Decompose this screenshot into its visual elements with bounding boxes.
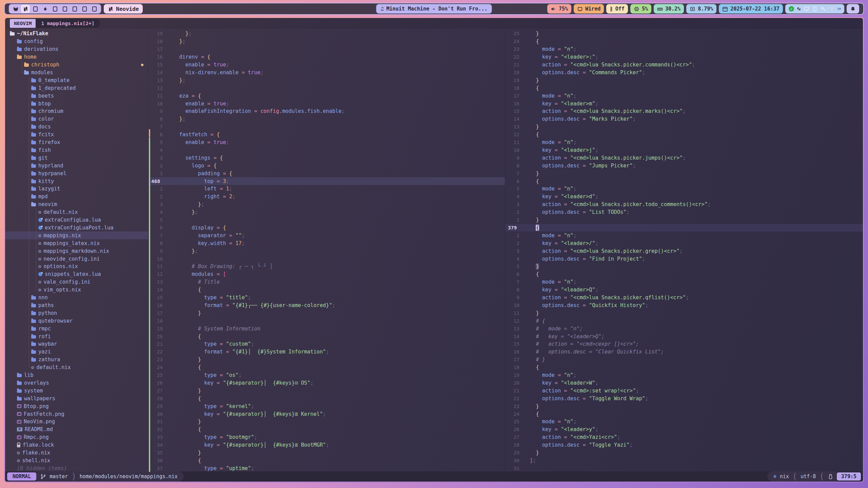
code-line[interactable]: 29 type = "kernel"; bbox=[149, 402, 505, 410]
bluetooth-chip[interactable]: ᛒOff bbox=[606, 4, 628, 14]
code-line[interactable]: 18 { bbox=[505, 84, 863, 92]
code-line[interactable]: 16 # options.desc = "Clear Quickfix List… bbox=[505, 348, 863, 356]
code-line[interactable]: 5 bbox=[149, 216, 505, 224]
tree-item-options-nix[interactable]: ⚙options.nix bbox=[5, 263, 148, 270]
tree-item-docs[interactable]: docs bbox=[5, 123, 148, 131]
code-line[interactable]: 13 } bbox=[505, 123, 863, 131]
tree-item-overlays[interactable]: overlays bbox=[5, 379, 148, 387]
tree-item-extraconfiglua-lua[interactable]: extraConfigLua.lua bbox=[5, 216, 148, 224]
tree-item-config[interactable]: config bbox=[5, 38, 148, 45]
code-line[interactable]: 8 options.desc = "Jumps Picker"; bbox=[505, 162, 863, 169]
workspace-4-flame-icon[interactable] bbox=[41, 5, 50, 13]
tree-item-derivations[interactable]: derivations bbox=[5, 45, 148, 53]
disk-chip[interactable]: 8.79% bbox=[686, 4, 716, 14]
code-line[interactable]: 15 action = "<cmd>lua Snacks.picker.mark… bbox=[505, 107, 863, 115]
monitor-icon[interactable] bbox=[804, 6, 809, 12]
code-line[interactable]: 7 } bbox=[505, 169, 863, 177]
tree-item-neovim[interactable]: neovim bbox=[5, 201, 148, 208]
code-line[interactable]: 7 bbox=[149, 123, 505, 131]
tree-item-git[interactable]: git bbox=[5, 154, 148, 162]
code-line[interactable]: 10 bbox=[149, 255, 505, 263]
code-line[interactable]: 24 { bbox=[505, 38, 863, 45]
editor-pane-left[interactable]: 19 };18 };1716 direnv = {15 enable = tru… bbox=[148, 29, 505, 471]
code-line[interactable]: 31 } bbox=[149, 418, 505, 426]
tree-item--8-hidden-items-[interactable]: (8 hidden items) bbox=[5, 464, 148, 472]
code-line[interactable]: 12 # { bbox=[505, 317, 863, 325]
code-line[interactable]: 21 action = "<cmd>lua Snacks.picker.comm… bbox=[505, 61, 863, 69]
tree-item-mappings-latex-nix[interactable]: ⚙mappings_latex.nix bbox=[5, 239, 148, 247]
code-line[interactable]: 7 separator = ""; bbox=[149, 231, 505, 239]
tree-item-waybar[interactable]: waybar bbox=[5, 340, 148, 348]
code-line[interactable]: 26 key = "{#separator}│ {#keys}⊡ OS"; bbox=[149, 379, 505, 387]
code-line[interactable]: 11 } bbox=[505, 309, 863, 317]
tree-item-nnn[interactable]: nnn bbox=[5, 294, 148, 302]
tree-item-0-template[interactable]: 0_template bbox=[5, 76, 148, 84]
code-line[interactable]: 13 # mode = "n"; bbox=[505, 325, 863, 332]
code-line[interactable]: 19 }; bbox=[149, 30, 505, 38]
code-line[interactable]: 30 key = "{#separator}│ {#keys}≣ Kernel"… bbox=[149, 410, 505, 418]
notifications-bell[interactable] bbox=[847, 4, 859, 14]
code-line[interactable]: 15 type = "title"; bbox=[149, 294, 505, 302]
code-line[interactable]: 4 bbox=[149, 146, 505, 154]
tree-item-flake-nix[interactable]: ⚙flake.nix bbox=[5, 449, 148, 457]
tree-item-default-nix[interactable]: ⚙default.nix bbox=[5, 364, 148, 371]
tree-item-lib[interactable]: lib bbox=[5, 371, 148, 379]
code-line[interactable]: 2 options.desc = "List TODOs"; bbox=[505, 208, 863, 216]
code-line[interactable]: 468 top = 3; bbox=[149, 177, 505, 185]
tree-item-mpd[interactable]: mpd bbox=[5, 193, 148, 201]
clock-chip[interactable]: 2025-07-22 16:37 bbox=[719, 4, 783, 14]
code-line[interactable]: 4 }; bbox=[149, 208, 505, 216]
code-line[interactable]: 33 type = "bootmgr"; bbox=[149, 433, 505, 441]
code-line[interactable]: 22 key = "<leader>:"; bbox=[505, 53, 863, 61]
tree-item-christoph[interactable]: christoph bbox=[5, 61, 148, 69]
code-line[interactable]: 31 bbox=[505, 464, 863, 472]
phone-icon[interactable] bbox=[812, 6, 818, 12]
code-line[interactable]: 7 mode = "n"; bbox=[505, 278, 863, 286]
tree-item-rofi[interactable]: rofi bbox=[5, 332, 148, 340]
code-line[interactable]: 20 options.desc = "Commands Picker"; bbox=[505, 69, 863, 77]
code-line[interactable]: 4 key = "<leader>d"; bbox=[505, 193, 863, 201]
tree-item-python[interactable]: python bbox=[5, 309, 148, 317]
code-line[interactable]: 12 modules = [ bbox=[149, 270, 505, 278]
tree-item-beets[interactable]: beets bbox=[5, 92, 148, 100]
code-line[interactable]: 28 options.desc = "Toggle Yazi"; bbox=[505, 441, 863, 449]
code-line[interactable]: 12 { bbox=[505, 131, 863, 139]
code-line[interactable]: 37 type = "uptime"; bbox=[149, 464, 505, 472]
code-line[interactable]: 8 }; bbox=[149, 115, 505, 123]
code-line[interactable]: 3 action = "<cmd>lua Snacks.picker.grep(… bbox=[505, 247, 863, 255]
code-line[interactable]: 20 key = "<leader>W"; bbox=[505, 379, 863, 387]
tree-item-1-deprecated[interactable]: 1_deprecated bbox=[5, 84, 148, 92]
code-line[interactable]: 12 bbox=[149, 84, 505, 92]
tree-item-yazi[interactable]: yazi bbox=[5, 348, 148, 356]
tree-item-qutebrowser[interactable]: qutebrowser bbox=[5, 317, 148, 325]
tree-item-rmpc-png[interactable]: Rmpc.png bbox=[5, 433, 148, 441]
code-line[interactable]: 17 # } bbox=[505, 356, 863, 364]
code-line[interactable]: 9 }; bbox=[149, 247, 505, 255]
keyboard-icon[interactable]: ⌨ bbox=[837, 6, 841, 12]
code-line[interactable]: 5 } bbox=[505, 263, 863, 270]
tree-item-firefox[interactable]: firefox bbox=[5, 139, 148, 146]
tree-item-fish[interactable]: fish bbox=[5, 146, 148, 154]
code-line[interactable]: 25 } bbox=[505, 30, 863, 38]
code-line[interactable]: 10 key = "<leader>j"; bbox=[505, 146, 863, 154]
code-line[interactable]: 13 # Title bbox=[149, 278, 505, 286]
code-line[interactable]: 13 }; bbox=[149, 76, 505, 84]
music-widget[interactable]: ♫ Minuit Machine - Don't Run Fro... bbox=[376, 4, 492, 14]
tree-item-paths[interactable]: paths bbox=[5, 302, 148, 309]
code-line[interactable]: 25 type = "os"; bbox=[149, 371, 505, 379]
tree-item-color[interactable]: color bbox=[5, 115, 148, 123]
workspace-5-square-icon[interactable] bbox=[51, 5, 59, 13]
code-line[interactable]: 24 { bbox=[505, 410, 863, 418]
tree-item-vim-opts-nix[interactable]: ⚙vim_opts.nix bbox=[5, 286, 148, 294]
code-line[interactable]: 14 nix-direnv.enable = true; bbox=[149, 69, 505, 77]
tree-item-fcitx[interactable]: fcitx bbox=[5, 131, 148, 139]
code-line[interactable]: 22 options.desc = "Toggle Word Wrap"; bbox=[505, 394, 863, 402]
tab-mappings-nix[interactable]: 1 mappings.nix[2+] bbox=[36, 19, 100, 28]
code-line[interactable]: 11 # Box Drawing: ┌ ─ ┐ └ ┘ │ bbox=[149, 263, 505, 270]
code-line[interactable]: 1 } bbox=[505, 216, 863, 224]
tree-item--nixflake[interactable]: ~/NixFlake bbox=[5, 30, 148, 38]
tree-item-mappings-nix[interactable]: ⚙mappings.nix bbox=[5, 231, 148, 239]
network-chip[interactable]: Wired bbox=[574, 4, 604, 14]
code-line[interactable]: 3 }; bbox=[149, 201, 505, 208]
code-line[interactable]: 19 # System Information bbox=[149, 325, 505, 332]
